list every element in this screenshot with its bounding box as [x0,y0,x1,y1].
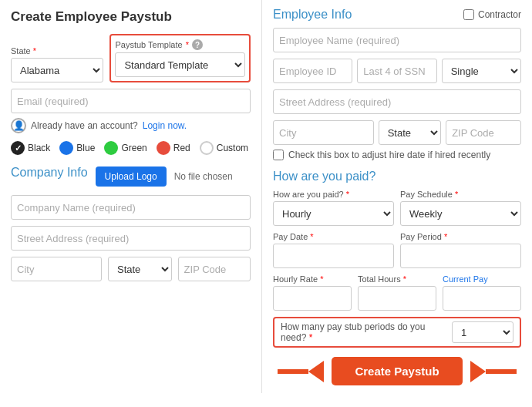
login-link[interactable]: Login now. [143,120,187,131]
color-option-green[interactable]: Green [104,141,146,155]
company-zip-input[interactable] [178,257,251,281]
info-icon: ? [192,39,203,50]
employee-name-group [273,28,521,52]
arrow-container [278,361,324,382]
custom-circle [200,141,214,155]
upload-logo-button[interactable]: Upload Logo [96,166,167,187]
pay-period-input[interactable]: 05/13/2021 - 05/19/2021 [400,244,521,268]
pay-method-row: How are you paid? * Hourly Pay Schedule … [273,190,521,226]
company-state-group: State [108,257,172,281]
company-state-select[interactable]: State [108,257,172,281]
periods-select[interactable]: 1 [452,321,513,343]
pay-date-group: Pay Date * 05/19/2021 [273,232,394,268]
company-name-input[interactable] [11,195,251,220]
employee-location-row: State [273,120,521,145]
company-info-header: Company Info Upload Logo No file chosen [11,166,251,187]
periods-label: How many pay stub periods do you need? * [281,321,446,343]
rates-row: Hourly Rate * 20 Total Hours * 40 Curren… [273,274,521,311]
pay-date-label: Pay Date * [273,232,394,241]
red-circle [157,141,170,155]
left-panel: Create Employee Paystub State * Alabama … [0,0,262,393]
employee-name-input[interactable] [273,28,521,52]
hourly-rate-label: Hourly Rate * [273,274,352,284]
create-btn-wrapper: Create Paystub [273,357,521,385]
current-pay-input[interactable] [443,286,521,311]
paystub-template-select[interactable]: Standard Template [115,52,245,77]
pay-date-row: Pay Date * 05/19/2021 Pay Period * 05/13… [273,232,521,268]
pay-schedule-label: Pay Schedule * [400,190,521,199]
current-pay-label: Current Pay [443,274,521,284]
black-circle [11,141,25,155]
email-row [11,89,251,113]
employee-address-group [273,89,521,114]
total-hours-group: Total Hours * 40 [358,274,436,311]
filing-status-select[interactable]: Single [442,59,521,83]
contractor-checkbox[interactable] [463,9,474,20]
hourly-rate-input[interactable]: 20 [273,286,352,311]
paystub-template-label: Paystub Template * ? [115,39,245,50]
employee-id-row: Single [273,59,521,83]
total-hours-input[interactable]: 40 [358,286,436,311]
pay-period-label: Pay Period * [400,232,521,241]
state-group: State * Alabama [11,46,103,82]
company-zip-group [178,257,251,281]
pay-schedule-select[interactable]: Weekly [400,201,521,226]
arrow-shaft [278,369,308,374]
company-address-input[interactable] [11,226,251,251]
hourly-rate-group: Hourly Rate * 20 [273,274,352,311]
arrow-container-right [470,361,517,382]
right-header: Employee Info Contractor [273,8,521,22]
blue-label: Blue [76,143,95,153]
arrow-shaft-right [486,369,517,374]
how-paid-label: How are you paid? * [273,190,394,199]
employee-city-input[interactable] [273,120,374,145]
color-option-black[interactable]: Black [11,141,50,155]
adjust-hire-label: Check this box to adjust hire date if hi… [288,150,490,160]
current-pay-group: Current Pay [443,274,521,311]
custom-label: Custom [217,143,248,153]
blue-circle [59,141,73,155]
create-paystub-button[interactable]: Create Paystub [332,357,462,385]
adjust-hire-checkbox[interactable] [273,150,284,160]
state-select[interactable]: Alabama [11,58,103,82]
employee-info-title: Employee Info [273,8,352,22]
adjust-hire-row: Check this box to adjust hire date if hi… [273,150,521,160]
company-city-input[interactable] [11,257,102,281]
ssn-input[interactable] [357,59,436,83]
employee-street-input[interactable] [273,89,521,114]
black-label: Black [28,143,50,153]
how-paid-section: How are you paid? How are you paid? * Ho… [273,170,521,385]
total-hours-label: Total Hours * [358,274,436,284]
login-text: Already have an account? [31,120,138,131]
green-circle [104,141,118,155]
contractor-row: Contractor [463,9,521,20]
color-option-blue[interactable]: Blue [59,141,95,155]
color-palette: Black Blue Green Red Custom [11,141,251,155]
how-paid-title: How are you paid? [273,170,521,183]
employee-state-select[interactable]: State [379,120,442,145]
pay-date-input[interactable]: 05/19/2021 [273,244,394,268]
paystub-template-box: Paystub Template * ? Standard Template [109,34,251,82]
contractor-label: Contractor [478,9,521,20]
login-row: 👤 Already have an account? Login now. [11,118,251,133]
page-title: Create Employee Paystub [11,9,251,25]
account-icon: 👤 [11,118,26,133]
no-file-text: No file chosen [174,171,233,182]
employee-zip-input[interactable] [446,120,521,145]
green-label: Green [121,143,146,153]
how-paid-select[interactable]: Hourly [273,201,394,226]
color-option-custom[interactable]: Custom [200,141,248,155]
red-label: Red [173,143,190,153]
company-city-group [11,257,102,281]
arrow-head [308,361,324,382]
company-section-title: Company Info [11,166,88,180]
email-input[interactable] [11,89,251,113]
periods-row: How many pay stub periods do you need? *… [273,317,521,348]
right-panel: Employee Info Contractor Single S [262,0,532,393]
employee-id-input[interactable] [273,59,352,83]
color-option-red[interactable]: Red [157,141,190,155]
arrow-head-right [470,361,486,382]
pay-period-group: Pay Period * 05/13/2021 - 05/19/2021 [400,232,521,268]
how-paid-group: How are you paid? * Hourly [273,190,394,226]
state-label: State * [11,46,103,56]
